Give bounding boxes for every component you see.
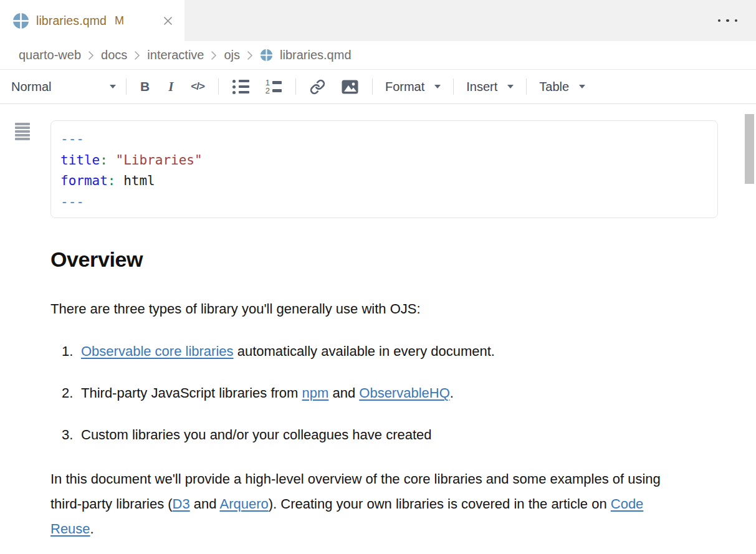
block-drag-handle-icon[interactable]	[14, 122, 31, 141]
chevron-down-icon	[434, 85, 441, 88]
breadcrumb-item-interactive[interactable]: interactive	[147, 48, 204, 62]
yaml-entry-format: format: html	[60, 171, 707, 192]
toolbar-divider	[218, 79, 219, 95]
breadcrumb: quarto-web docs interactive ojs librarie…	[0, 41, 756, 70]
insert-image-button[interactable]	[337, 77, 363, 97]
chevron-down-icon	[579, 85, 585, 88]
close-tab-icon[interactable]	[161, 14, 175, 27]
paragraph-style-value: Normal	[11, 80, 51, 94]
image-icon	[342, 80, 358, 94]
code-button[interactable]: </>	[186, 78, 209, 95]
breadcrumb-item-file[interactable]: libraries.qmd	[280, 48, 351, 62]
chevron-down-icon	[110, 85, 116, 88]
numbered-list-icon: 1 2	[264, 79, 282, 94]
chevron-right-icon	[247, 50, 253, 60]
quarto-icon	[260, 49, 273, 62]
paragraph-text: .	[90, 521, 94, 537]
document-body[interactable]: Overview There are three types of librar…	[50, 247, 756, 542]
list-item-text: Custom libraries you and/or your colleag…	[81, 427, 432, 442]
table-menu[interactable]: Table	[535, 77, 589, 97]
vertical-scrollbar[interactable]	[745, 114, 754, 184]
chevron-right-icon	[134, 50, 140, 60]
link-arquero[interactable]: Arquero	[219, 496, 268, 512]
more-actions-icon[interactable]	[717, 16, 739, 26]
list-item-text: automatically available in every documen…	[234, 343, 495, 359]
editor-canvas[interactable]: --- title: "Libraries" format: html --- …	[0, 104, 756, 542]
link-d3[interactable]: D3	[173, 496, 190, 512]
quarto-icon	[12, 12, 29, 29]
toolbar-divider	[453, 79, 454, 95]
outro-paragraph: In this document we'll provide a high-le…	[50, 467, 681, 542]
yaml-front-matter-block[interactable]: --- title: "Libraries" format: html ---	[50, 120, 718, 218]
numbered-list-button[interactable]: 1 2	[259, 77, 287, 97]
page-title: Overview	[50, 247, 756, 272]
list-number: 2.	[62, 381, 77, 406]
intro-paragraph: There are three types of library you'll …	[50, 297, 756, 322]
yaml-entry-title: title: "Libraries"	[60, 150, 707, 171]
format-menu[interactable]: Format	[381, 77, 444, 97]
toolbar-divider	[126, 79, 127, 95]
format-menu-label: Format	[385, 80, 424, 94]
insert-menu-label: Insert	[466, 80, 497, 94]
tab-bar: libraries.qmd M	[0, 0, 756, 41]
toolbar-divider	[372, 79, 373, 95]
link-icon	[310, 79, 325, 95]
toolbar-divider	[526, 79, 527, 95]
bold-button[interactable]: B	[135, 77, 155, 97]
list-item: 2.Third-party JavaScript libraries from …	[62, 381, 756, 406]
insert-link-button[interactable]	[305, 77, 330, 97]
chevron-right-icon	[88, 50, 94, 60]
list-item: 3.Custom libraries you and/or your colle…	[62, 423, 756, 447]
list-number: 1.	[62, 339, 77, 364]
modified-badge: M	[115, 14, 124, 27]
insert-menu[interactable]: Insert	[462, 77, 517, 97]
yaml-delimiter: ---	[60, 192, 707, 213]
toolbar-divider	[295, 79, 296, 95]
bullet-list-icon	[232, 80, 249, 94]
breadcrumb-item-ojs[interactable]: ojs	[224, 48, 240, 62]
list-item: 1.Observable core libraries automaticall…	[62, 339, 756, 364]
link-observable-core-libraries[interactable]: Observable core libraries	[81, 343, 234, 359]
breadcrumb-item-docs[interactable]: docs	[101, 48, 127, 62]
link-observablehq[interactable]: ObservableHQ	[359, 385, 450, 401]
italic-button[interactable]: I	[163, 77, 178, 97]
breadcrumb-item-quarto-web[interactable]: quarto-web	[19, 48, 81, 62]
library-types-list: 1.Observable core libraries automaticall…	[50, 339, 756, 447]
editor-tab-libraries[interactable]: libraries.qmd M	[0, 0, 184, 41]
paragraph-text: and	[190, 496, 220, 512]
bullet-list-button[interactable]	[227, 77, 254, 97]
list-item-text: .	[450, 385, 454, 401]
tab-title: libraries.qmd	[36, 14, 107, 28]
list-number: 3.	[62, 423, 77, 447]
paragraph-text: ). Creating your own libraries is covere…	[269, 496, 611, 512]
table-menu-label: Table	[539, 80, 569, 94]
chevron-right-icon	[211, 50, 217, 60]
list-item-text: Third-party JavaScript libraries from	[81, 385, 302, 401]
link-npm[interactable]: npm	[302, 385, 329, 401]
editor-toolbar: Normal B I </> 1 2 Format	[0, 70, 756, 104]
paragraph-style-dropdown[interactable]: Normal	[10, 77, 117, 97]
yaml-delimiter: ---	[60, 129, 707, 150]
chevron-down-icon	[507, 85, 514, 88]
list-item-text: and	[328, 385, 359, 401]
